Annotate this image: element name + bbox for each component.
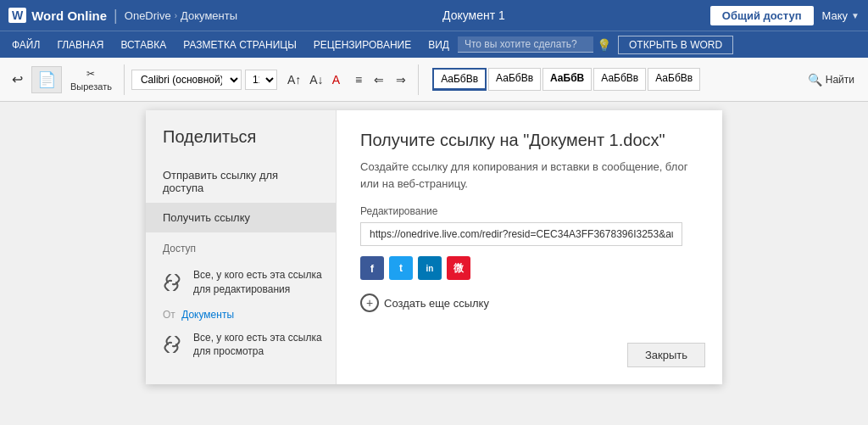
breadcrumb-drive[interactable]: OneDrive [125,9,171,22]
ribbon-sep-2 [418,64,419,95]
doc-area: Поделиться Отправить ссылку для доступа … [0,102,868,425]
from-docs-link[interactable]: Документы [181,309,234,321]
bullet-list-button[interactable]: ≡ [350,70,367,90]
link-section-label: Редактирование [360,205,698,217]
cut-icon: ✂ [86,68,95,80]
access-item-view: Все, у кого есть эта ссылка для просмотр… [146,322,336,368]
word-logo: W Word Online [8,8,107,23]
file-icon: 📄 [37,70,56,89]
linkedin-button[interactable]: in [418,256,442,280]
share-dialog: Поделиться Отправить ссылку для доступа … [146,110,722,384]
from-label: От Документы [146,305,336,322]
open-word-button[interactable]: ОТКРЫТЬ В WORD [618,36,733,54]
font-size-selector[interactable]: 11 [245,70,277,90]
right-panel-title: Получите ссылку на "Документ 1.docx" [360,131,698,150]
menu-home[interactable]: ГЛАВНАЯ [48,31,112,58]
access-text-edit: Все, у кого есть эта ссылка для редактир… [193,268,322,297]
style-5[interactable]: АаБбВв [648,68,700,91]
indent-more-button[interactable]: ⇒ [391,70,411,90]
title-bar: W Word Online | OneDrive › Документы Док… [0,0,868,31]
share-right-panel: Получите ссылку на "Документ 1.docx" Соз… [337,110,722,384]
format-color-button[interactable]: A [329,71,343,88]
search-hint-icon: 💡 [597,38,611,52]
style-4[interactable]: АаБбВв [593,68,646,91]
user-name: Маку [822,9,849,22]
close-button[interactable]: Закрыть [627,343,705,367]
font-shrink-button[interactable]: A↓ [306,71,326,88]
indent-less-button[interactable]: ⇐ [369,70,389,90]
share-left-panel: Поделиться Отправить ссылку для доступа … [146,110,337,384]
right-panel-desc: Создайте ссылку для копирования и вставк… [360,159,698,192]
find-icon: 🔍 [808,73,822,87]
find-button[interactable]: 🔍 Найти [801,70,861,90]
breadcrumb-folder[interactable]: Документы [181,9,237,22]
link-input[interactable] [360,222,682,246]
font-selector[interactable]: Calibri (основной) [131,70,242,90]
weibo-button[interactable]: 微 [447,256,470,280]
menu-bar: ФАЙЛ ГЛАВНАЯ ВСТАВКА РАЗМЕТКА СТРАНИЦЫ Р… [0,31,868,58]
styles-gallery: АаБбВв АаБбВв АаБбВ АаБбВв АаБбВв [432,68,700,91]
access-item-edit: Все, у кого есть эта ссылка для редактир… [146,260,336,305]
title-sep: | [114,7,118,25]
chain-icon-view [159,332,185,357]
ribbon: ↩ 📄 ✂ Вырезать Calibri (основной) 11 A↑ … [0,58,868,102]
cut-label: Вырезать [70,81,112,92]
menu-page-layout[interactable]: РАЗМЕТКА СТРАНИЦЫ [175,31,305,58]
app-name: Word Online [31,8,107,23]
user-dropdown-icon[interactable]: ▼ [851,11,860,20]
ribbon-sep-1 [124,64,125,95]
menu-insert[interactable]: ВСТАВКА [112,31,175,58]
menu-review[interactable]: РЕЦЕНЗИРОВАНИЕ [305,31,420,58]
share-panel-title: Поделиться [146,127,336,160]
cut-button[interactable]: ✂ Вырезать [65,64,117,95]
search-input[interactable] [458,36,593,53]
create-link-label: Создать еще ссылку [384,297,489,310]
menu-file[interactable]: ФАЙЛ [3,31,48,58]
access-section-label: Доступ [146,232,336,260]
doc-title: Документ 1 [237,8,710,22]
twitter-button[interactable]: t [389,256,413,280]
undo-icon: ↩ [12,71,23,87]
create-link-button[interactable]: + Создать еще ссылку [360,294,489,312]
access-text-view: Все, у кого есть эта ссылка для просмотр… [193,331,322,360]
breadcrumb: OneDrive › Документы [125,9,237,22]
style-normal[interactable]: АаБбВв [432,68,487,91]
style-3[interactable]: АаБбВ [542,68,592,91]
social-icons: f t in 微 [360,256,698,280]
share-button[interactable]: Общий доступ [710,6,814,25]
facebook-button[interactable]: f [360,256,384,280]
font-grow-button[interactable]: A↑ [284,71,304,88]
nav-get-link[interactable]: Получить ссылку [146,203,336,232]
find-label: Найти [826,74,854,86]
undo-button[interactable]: ↩ [7,68,28,91]
word-icon: W [8,8,26,23]
menu-view[interactable]: ВИД [420,31,458,58]
style-2[interactable]: АаБбВв [488,68,541,91]
breadcrumb-chevron: › [175,11,177,20]
chain-icon-edit [159,270,185,295]
create-link-icon: + [360,294,379,312]
nav-send-link[interactable]: Отправить ссылку для доступа [146,160,336,203]
